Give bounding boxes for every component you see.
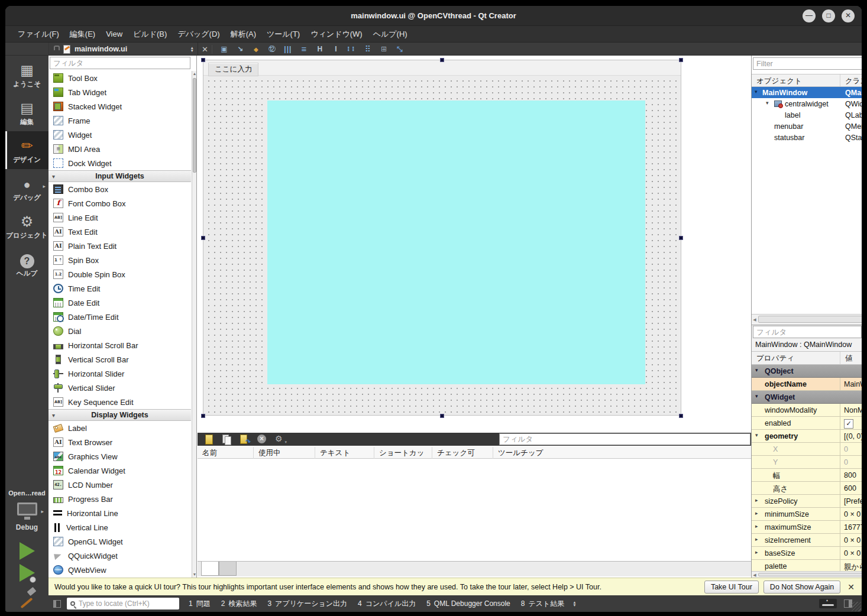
- widget-item[interactable]: Text Browser: [48, 435, 191, 449]
- scroll-left-icon[interactable]: ◀: [752, 572, 758, 578]
- document-dropdown-icon[interactable]: ▲▼: [190, 46, 194, 52]
- output-pane-toggle-icon[interactable]: ▲▼: [572, 601, 576, 607]
- menu-item[interactable]: デバッグ(D): [172, 27, 225, 42]
- break-layout-icon[interactable]: [378, 44, 389, 54]
- mainwindow-form[interactable]: ここに入力: [203, 60, 681, 416]
- property-row[interactable]: Y 0: [752, 456, 862, 469]
- output-pane-button[interactable]: 4コンパイル出力: [358, 599, 416, 609]
- widget-item[interactable]: Time Edit: [48, 281, 191, 296]
- widget-item[interactable]: Widget: [48, 128, 191, 142]
- debug-run-button[interactable]: [17, 564, 37, 584]
- layout-vertical-splitter-icon[interactable]: [331, 44, 341, 54]
- take-ui-tour-button[interactable]: Take UI Tour: [704, 581, 759, 594]
- edit-signals-slots-icon[interactable]: [235, 44, 245, 54]
- widget-item[interactable]: Tool Box: [48, 71, 191, 85]
- mode-item[interactable]: ヘルプ: [5, 245, 48, 283]
- selection-handle[interactable]: [679, 58, 683, 62]
- property-row[interactable]: windowModality NonModal: [752, 404, 862, 417]
- window-resize-grip[interactable]: [852, 602, 861, 611]
- layout-horizontal-splitter-icon[interactable]: [315, 44, 325, 54]
- widget-item[interactable]: Horizontal Scroll Bar: [48, 338, 191, 352]
- widget-item[interactable]: Dock Widget: [48, 156, 191, 170]
- menu-item[interactable]: 編集(E): [64, 27, 101, 42]
- widget-item[interactable]: MDI Area: [48, 142, 191, 156]
- selection-handle[interactable]: [440, 414, 444, 418]
- editor-tab[interactable]: [219, 562, 237, 576]
- output-pane-button[interactable]: 5QML Debugger Console: [426, 599, 510, 608]
- widget-item[interactable]: Stacked Widget: [48, 99, 191, 114]
- property-value-column[interactable]: 値: [840, 352, 853, 364]
- property-row[interactable]: maximumSize 16777215 × 1…: [752, 521, 862, 534]
- widget-item[interactable]: Font Combo Box: [48, 196, 191, 210]
- widget-item[interactable]: QWebView: [48, 563, 191, 577]
- menu-item[interactable]: ツール(T): [261, 27, 305, 42]
- minimize-icon[interactable]: —: [803, 9, 816, 22]
- action-column-header[interactable]: 使用中: [254, 447, 315, 459]
- widget-section-header[interactable]: Display Widgets: [48, 409, 191, 421]
- widget-item[interactable]: OpenGL Widget: [48, 534, 191, 549]
- toggle-left-sidebar-icon[interactable]: [53, 600, 61, 608]
- locator-input[interactable]: Type to locate (Ctrl+K): [67, 598, 179, 609]
- close-document-icon[interactable]: ✕: [200, 45, 212, 54]
- property-row[interactable]: QObject: [752, 365, 862, 378]
- action-column-header[interactable]: テキスト: [315, 447, 374, 459]
- configure-icon[interactable]: [274, 434, 285, 445]
- property-row[interactable]: enabled: [752, 417, 862, 430]
- document-selector[interactable]: mainwindow.ui ▲▼: [48, 43, 198, 56]
- widget-item[interactable]: Key Sequence Edit: [48, 395, 191, 409]
- property-row[interactable]: sizeIncrement 0 × 0: [752, 534, 862, 547]
- action-column-header[interactable]: チェック可: [432, 447, 493, 459]
- property-row[interactable]: QWidget: [752, 391, 862, 404]
- toggle-right-sidebar-icon[interactable]: [844, 599, 852, 608]
- widget-item[interactable]: QQuickWidget: [48, 549, 191, 563]
- menu-item[interactable]: ウィンドウ(W): [305, 27, 367, 42]
- widget-item[interactable]: Graphics View: [48, 449, 191, 463]
- mode-item[interactable]: デバッグ: [5, 169, 48, 207]
- selection-handle[interactable]: [679, 414, 683, 418]
- property-row[interactable]: 高さ 600: [752, 482, 862, 495]
- inspector-class-column[interactable]: クラス: [840, 74, 862, 86]
- inspector-row[interactable]: menubar QMenuBar: [752, 121, 862, 132]
- menu-item[interactable]: 解析(A): [225, 27, 261, 42]
- property-row[interactable]: objectName MainWindow: [752, 378, 862, 391]
- selection-handle[interactable]: [201, 414, 205, 418]
- paste-action-icon[interactable]: [239, 434, 250, 445]
- widget-item[interactable]: Line Edit: [48, 210, 191, 225]
- selection-handle[interactable]: [440, 58, 444, 62]
- mode-item[interactable]: デザイン: [5, 131, 48, 169]
- form-menubar[interactable]: ここに入力: [203, 60, 681, 76]
- selection-handle[interactable]: [679, 236, 683, 240]
- widget-item[interactable]: Text Edit: [48, 225, 191, 239]
- editor-tab[interactable]: [201, 562, 219, 576]
- property-row[interactable]: minimumSize 0 × 0: [752, 508, 862, 521]
- inspector-object-column[interactable]: オブジェクト: [752, 74, 840, 86]
- widget-item[interactable]: Double Spin Box: [48, 267, 191, 281]
- edit-widgets-icon[interactable]: [219, 44, 229, 54]
- widget-item[interactable]: Tab Widget: [48, 85, 191, 99]
- action-editor-table[interactable]: [198, 459, 751, 561]
- widget-item[interactable]: Combo Box: [48, 182, 191, 196]
- property-name-column[interactable]: プロパティ: [752, 352, 840, 364]
- property-row[interactable]: palette 親から継承: [752, 560, 862, 571]
- qlabel-widget[interactable]: [267, 100, 645, 384]
- widget-item[interactable]: Calendar Widget: [48, 463, 191, 478]
- mode-item[interactable]: 編集: [5, 93, 48, 131]
- action-column-header[interactable]: 名前: [198, 447, 254, 459]
- action-column-header[interactable]: ツールチップ: [493, 447, 751, 459]
- property-row[interactable]: 幅 800: [752, 469, 862, 482]
- edit-tab-order-icon[interactable]: [267, 44, 277, 54]
- widget-item[interactable]: Spin Box: [48, 253, 191, 267]
- inspector-row[interactable]: statusbar QStatusBar: [752, 132, 862, 143]
- build-progress-icon[interactable]: [819, 599, 837, 608]
- delete-action-icon[interactable]: [257, 434, 267, 445]
- widget-section-header[interactable]: Input Widgets: [48, 170, 191, 182]
- menu-item[interactable]: View: [101, 27, 128, 41]
- adjust-size-icon[interactable]: [394, 44, 405, 54]
- scroll-left-icon[interactable]: ◀: [752, 315, 758, 324]
- menu-item[interactable]: ヘルプ(H): [368, 27, 413, 42]
- run-button[interactable]: [17, 542, 37, 562]
- layout-grid-icon[interactable]: [363, 44, 373, 54]
- widget-item[interactable]: Vertical Scroll Bar: [48, 352, 191, 367]
- output-pane-button[interactable]: 8テスト結果: [521, 599, 565, 609]
- infobar-close-icon[interactable]: ✕: [845, 582, 862, 592]
